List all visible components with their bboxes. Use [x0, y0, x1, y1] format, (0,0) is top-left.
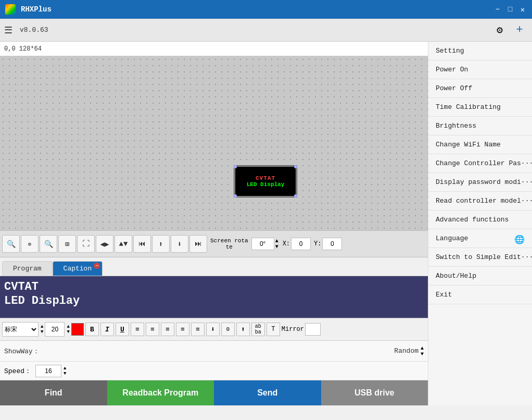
rotate-spinner[interactable]: ▲ ▼ — [275, 238, 278, 250]
side-menu-item-5[interactable]: Change WiFi Name — [428, 135, 532, 154]
speed-input[interactable] — [35, 365, 61, 377]
prev-page-button[interactable]: ⏮ — [133, 235, 151, 253]
zoom-in-tool-button[interactable]: 🔍 — [2, 235, 20, 253]
side-menu-item-12[interactable]: About/Help — [428, 267, 532, 286]
side-menu-item-10[interactable]: Language🌐 — [428, 229, 532, 248]
x-label: X: — [283, 240, 290, 248]
text-line1: CVTAT — [4, 280, 424, 293]
screen-rotate-container: Screen rota te — [210, 238, 248, 250]
showway-value: Random — [44, 347, 419, 355]
font-down-button[interactable]: ▼ — [41, 329, 43, 335]
align-all-button[interactable]: ≡ — [191, 323, 205, 336]
zoom-out-button[interactable]: 🔍 — [40, 235, 57, 253]
minimize-button[interactable]: − — [493, 5, 502, 14]
speed-down-button[interactable]: ▼ — [64, 371, 66, 376]
size-up-button[interactable]: ▲ — [67, 324, 69, 329]
rotate-input[interactable] — [251, 238, 274, 250]
screen-rotate-label2: te — [226, 244, 233, 250]
tab-caption[interactable]: Caption − — [53, 261, 103, 276]
find-button[interactable]: Find — [0, 380, 107, 405]
side-menu-item-11[interactable]: Switch to Simple Edit··· — [428, 248, 532, 267]
side-menu-item-3[interactable]: Time Calibrating — [428, 98, 532, 117]
led-preview-line2: LED Display — [247, 181, 285, 188]
align-right-button[interactable]: ≡ — [161, 323, 174, 336]
font-toolbar: 标宋 ▲ ▼ ▲ ▼ B I U ≡ ≡ ≡ ≡ ≡ ⬇ 0 ⬆ — [0, 318, 428, 341]
send-button[interactable]: Send — [214, 380, 321, 405]
zoom-fit-button[interactable]: ⊕ — [21, 235, 39, 253]
speed-up-button[interactable]: ▲ — [64, 366, 66, 371]
page-up-button[interactable]: ⬆ — [152, 235, 170, 253]
close-button[interactable]: ✕ — [518, 5, 527, 14]
speed-label: Speed： — [4, 366, 31, 376]
showway-row: ShowWay： Random ▲ ▼ — [0, 341, 428, 362]
speed-spinner[interactable]: ▲ ▼ — [64, 366, 66, 376]
align-vert-button[interactable]: ⬇ — [206, 323, 220, 336]
side-menu-item-1[interactable]: Power On — [428, 60, 532, 79]
font-family-select[interactable]: 标宋 — [2, 322, 39, 337]
align-center-button[interactable]: ≡ — [146, 323, 159, 336]
align-num-button[interactable]: 0 — [221, 323, 235, 336]
side-menu-item-13[interactable]: Exit — [428, 286, 532, 304]
hamburger-menu-icon[interactable]: ☰ — [4, 24, 12, 36]
showway-up-button[interactable]: ▲ — [421, 345, 424, 351]
page-down-button[interactable]: ⬇ — [171, 235, 188, 253]
left-panel: 0,0 128*64 CVTAT LED Display 🔍 ⊕ 🔍 ⊞ ⛶ ◀… — [0, 42, 428, 405]
font-size-input[interactable] — [45, 322, 65, 337]
usb-drive-button[interactable]: USB drive — [321, 380, 428, 405]
y-input[interactable] — [322, 238, 342, 250]
color-picker-box[interactable] — [71, 323, 84, 336]
font-family-wrap: 标宋 ▲ ▼ — [2, 322, 43, 337]
x-input[interactable] — [291, 238, 311, 250]
side-menu-item-6[interactable]: Change Controller Pas··· — [428, 154, 532, 173]
fullscreen-button[interactable]: ⛶ — [77, 235, 95, 253]
speed-control: ▲ ▼ — [35, 365, 424, 377]
align-left-button[interactable]: ≡ — [131, 323, 144, 336]
tab-caption-close-icon[interactable]: − — [94, 263, 100, 269]
move-left-button[interactable]: ◀▶ — [96, 235, 113, 253]
tabs-row: Program Caption − — [0, 257, 428, 276]
tool-controls-row: 🔍 ⊕ 🔍 ⊞ ⛶ ◀▶ ▲▼ ⏮ ⬆ ⬇ ⏭ Screen rota te ▲… — [0, 230, 428, 257]
coords-bar: 0,0 128*64 — [0, 42, 428, 56]
globe-icon: 🌐 — [514, 234, 525, 245]
app-title: RHXPlus — [21, 5, 52, 14]
text-line2: LED Display — [4, 294, 424, 307]
align-up-button[interactable]: ⬆ — [236, 323, 250, 336]
y-label: Y: — [314, 240, 321, 248]
size-down-button[interactable]: ▼ — [67, 329, 69, 335]
grid-toggle-button[interactable]: ⊞ — [58, 235, 76, 253]
showway-spinner[interactable]: ▲ ▼ — [421, 345, 424, 357]
bold-button[interactable]: B — [85, 323, 99, 336]
settings-gear-button[interactable]: ⚙ — [491, 22, 508, 39]
move-up-down-button[interactable]: ▲▼ — [115, 235, 132, 253]
align-justify-button[interactable]: ≡ — [176, 323, 189, 336]
tab-program[interactable]: Program — [2, 261, 53, 276]
screen-rotate-label: Screen rota — [210, 238, 248, 244]
showway-down-button[interactable]: ▼ — [421, 351, 424, 357]
underline-button[interactable]: U — [116, 323, 129, 336]
replace-button[interactable]: abba — [251, 323, 265, 336]
rotate-down-button[interactable]: ▼ — [275, 244, 278, 250]
size-spinner[interactable]: ▲ ▼ — [67, 324, 69, 335]
side-menu-item-8[interactable]: Read controller model··· — [428, 192, 532, 211]
readback-button[interactable]: Readback Program — [107, 380, 214, 405]
side-menu-item-4[interactable]: Brightness — [428, 117, 532, 135]
side-menu-item-7[interactable]: Display password modi··· — [428, 173, 532, 192]
maximize-button[interactable]: □ — [506, 5, 514, 14]
speed-row: Speed： ▲ ▼ — [0, 362, 428, 380]
canvas-area: CVTAT LED Display — [0, 56, 428, 230]
next-page-button[interactable]: ⏭ — [189, 235, 207, 253]
text-content-area[interactable]: CVTAT LED Display — [0, 276, 428, 318]
side-menu-item-2[interactable]: Power Off — [428, 79, 532, 98]
rotate-up-button[interactable]: ▲ — [275, 238, 278, 244]
bottom-buttons: Find Readback Program Send USB drive — [0, 380, 428, 405]
text-format-button[interactable]: T — [267, 323, 280, 336]
side-menu-item-9[interactable]: Advanced functions — [428, 211, 532, 229]
dot-grid — [0, 56, 428, 230]
italic-button[interactable]: I — [100, 323, 114, 336]
side-menu-item-0[interactable]: Setting — [428, 42, 532, 60]
font-up-button[interactable]: ▲ — [41, 324, 43, 329]
font-spinner[interactable]: ▲ ▼ — [41, 324, 43, 335]
add-button[interactable]: + — [511, 22, 528, 39]
rotate-control: ▲ ▼ — [251, 238, 278, 250]
mirror-input[interactable] — [305, 323, 321, 336]
